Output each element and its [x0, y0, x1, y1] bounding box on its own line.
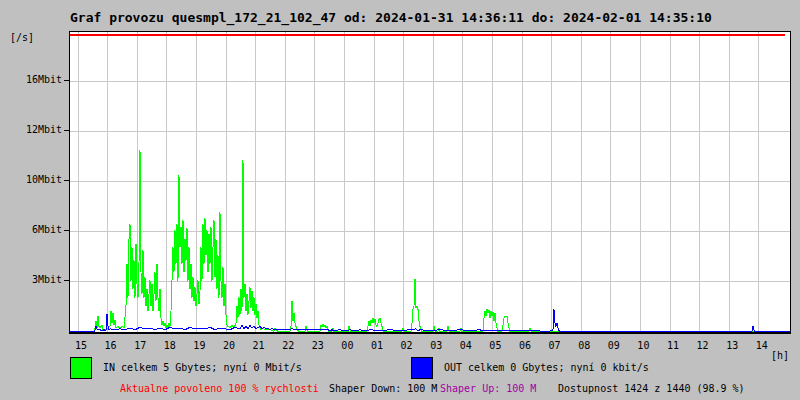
traffic-plot-svg [70, 32, 790, 332]
x-tick-label: 04 [460, 340, 472, 352]
x-tick-label: 11 [667, 340, 679, 352]
legend-out-label: OUT celkem 0 Gbytes; nyní 0 kbit/s [444, 362, 649, 373]
graph-title: Graf provozu quesmpl_172_21_102_47 od: 2… [70, 10, 712, 25]
legend-in-label: IN celkem 5 Gbytes; nyní 0 Mbit/s [103, 362, 302, 373]
plot-area [69, 31, 791, 334]
x-tick-label: 10 [637, 340, 649, 352]
y-tick-mark [64, 80, 69, 81]
x-tick-label: 16 [105, 340, 117, 352]
x-tick-label: 17 [134, 340, 146, 352]
y-tick-mark [64, 230, 69, 231]
x-tick-label: 20 [223, 340, 235, 352]
y-tick-mark [64, 180, 69, 181]
x-tick-label: 03 [430, 340, 442, 352]
legend-out-swatch [411, 357, 433, 379]
x-tick-label: 13 [726, 340, 738, 352]
y-tick-label: 6Mbit [4, 224, 62, 236]
x-tick-label: 00 [341, 340, 353, 352]
x-tick-label: 18 [164, 340, 176, 352]
x-tick-label: 05 [489, 340, 501, 352]
x-tick-label: 15 [75, 340, 87, 352]
y-tick-label: 12Mbit [4, 124, 62, 136]
x-tick-label: 21 [253, 340, 265, 352]
x-tick-label: 14 [756, 340, 768, 352]
y-tick-mark [64, 130, 69, 131]
x-tick-label: 08 [578, 340, 590, 352]
x-tick-label: 09 [608, 340, 620, 352]
y-tick-label: 3Mbit [4, 274, 62, 286]
y-tick-mark [64, 280, 69, 281]
x-axis-unit-label: [h] [771, 350, 789, 361]
x-tick-label: 22 [282, 340, 294, 352]
x-tick-label: 19 [193, 340, 205, 352]
y-axis-unit-label: [/s] [10, 32, 34, 43]
y-tick-label: 10Mbit [4, 174, 62, 186]
legend-in-swatch [70, 357, 92, 379]
allowed-speed-text: Aktualne povoleno 100 % rychlosti [120, 383, 319, 394]
shaper-up-text: Shaper Up: 100 M [440, 383, 536, 394]
x-tick-label: 01 [371, 340, 383, 352]
shaper-down-text: Shaper Down: 100 M [329, 383, 437, 394]
availability-text: Dostupnost 1424 z 1440 (98.9 %) [558, 383, 745, 394]
x-tick-label: 06 [519, 340, 531, 352]
y-tick-label: 16Mbit [4, 74, 62, 86]
x-tick-label: 02 [401, 340, 413, 352]
x-tick-label: 23 [312, 340, 324, 352]
x-tick-label: 07 [549, 340, 561, 352]
traffic-graph-image: Graf provozu quesmpl_172_21_102_47 od: 2… [0, 0, 800, 400]
x-tick-label: 12 [697, 340, 709, 352]
